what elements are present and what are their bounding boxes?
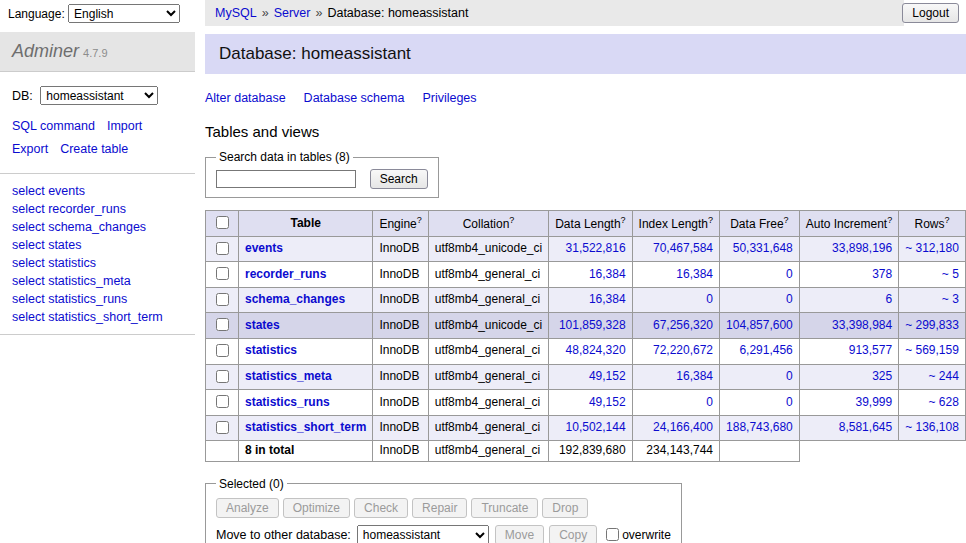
cell: utf8mb4_unicode_ci	[428, 313, 548, 339]
cell: 0	[720, 390, 800, 416]
cell: 39,999	[799, 390, 898, 416]
table-name-cell: statistics_meta	[239, 364, 373, 390]
checkbox-cell	[206, 262, 239, 288]
breadcrumb-item-server[interactable]: Server	[274, 6, 311, 20]
create-table-link[interactable]: Create table	[60, 142, 128, 156]
cell: ~ 244	[899, 364, 966, 390]
cell: 8,581,645	[799, 415, 898, 441]
select-statistics-short-term-link[interactable]: select statistics_short_term	[12, 308, 183, 326]
column-header-collation: Collation?	[428, 211, 548, 237]
total-label-cell: 8 in total	[239, 441, 373, 462]
cell: 325	[799, 364, 898, 390]
page-title: Database: homeassistant	[205, 34, 966, 74]
selected-fieldset: Selected (0) AnalyzeOptimizeCheckRepairT…	[205, 477, 682, 543]
selected-legend: Selected (0)	[216, 477, 287, 491]
cell: 16,384	[632, 262, 719, 288]
breadcrumb-item-mysql[interactable]: MySQL	[215, 6, 257, 20]
cell: InnoDB	[373, 338, 428, 364]
select-recorder-runs-link[interactable]: select recorder_runs	[12, 200, 183, 218]
cell: utf8mb4_general_ci	[428, 441, 548, 462]
row-checkbox[interactable]	[216, 370, 229, 383]
cell: 67,256,320	[632, 313, 719, 339]
copy-button[interactable]: Copy	[549, 525, 597, 543]
db-selector-row: DB: homeassistant	[0, 72, 195, 109]
export-link[interactable]: Export	[12, 142, 48, 156]
table-name-link[interactable]: statistics_meta	[245, 369, 332, 383]
cell: 101,859,328	[549, 313, 632, 339]
select-statistics-link[interactable]: select statistics	[12, 254, 183, 272]
analyze-button[interactable]: Analyze	[216, 498, 279, 518]
row-checkbox[interactable]	[216, 242, 229, 255]
move-db-select[interactable]: homeassistant	[357, 525, 489, 543]
cell: 188,743,680	[720, 415, 800, 441]
cell: 49,152	[549, 390, 632, 416]
move-label: Move to other database:	[216, 528, 351, 542]
db-select[interactable]: homeassistant	[40, 86, 158, 105]
privileges-link[interactable]: Privileges	[422, 91, 476, 105]
database-schema-link[interactable]: Database schema	[304, 91, 405, 105]
move-button[interactable]: Move	[495, 525, 544, 543]
cell: 234,143,744	[632, 441, 719, 462]
row-checkbox[interactable]	[216, 267, 229, 280]
select-schema-changes-link[interactable]: select schema_changes	[12, 218, 183, 236]
overwrite-checkbox[interactable]	[606, 528, 619, 541]
sidebar-link-line: SQL commandImport	[12, 117, 183, 136]
table-name-link[interactable]: recorder_runs	[245, 267, 326, 281]
cell: InnoDB	[373, 441, 428, 462]
search-legend: Search data in tables (8)	[216, 150, 353, 164]
tables-body: eventsInnoDButf8mb4_unicode_ci31,522,816…	[206, 236, 966, 461]
table-name-link[interactable]: statistics	[245, 343, 297, 357]
cell: InnoDB	[373, 236, 428, 262]
cell: 31,522,816	[549, 236, 632, 262]
drop-button[interactable]: Drop	[542, 498, 588, 518]
alter-database-link[interactable]: Alter database	[205, 91, 286, 105]
row-checkbox[interactable]	[216, 421, 229, 434]
db-action-links: Alter databaseDatabase schemaPrivileges	[205, 90, 966, 105]
row-checkbox[interactable]	[216, 318, 229, 331]
select-states-link[interactable]: select states	[12, 236, 183, 254]
repair-button[interactable]: Repair	[412, 498, 467, 518]
select-all-checkbox[interactable]	[216, 216, 229, 229]
topbar: Language: English MySQL»Server»Database:…	[0, 0, 966, 26]
page-layout: Adminer4.7.9 DB: homeassistant SQL comma…	[0, 26, 966, 543]
app-version: 4.7.9	[83, 47, 107, 59]
cell: 192,839,680	[549, 441, 632, 462]
table-name-link[interactable]: statistics_short_term	[245, 420, 366, 434]
total-row: 8 in totalInnoDButf8mb4_general_ci192,83…	[206, 441, 966, 462]
tables-head-row: TableEngine?Collation?Data Length?Index …	[206, 211, 966, 237]
import-link[interactable]: Import	[107, 119, 142, 133]
table-name-cell: statistics_runs	[239, 390, 373, 416]
table-row-states: statesInnoDButf8mb4_unicode_ci101,859,32…	[206, 313, 966, 339]
sql-command-link[interactable]: SQL command	[12, 119, 95, 133]
sidebar-primary-links: SQL commandImportExportCreate table	[0, 109, 195, 173]
truncate-button[interactable]: Truncate	[471, 498, 538, 518]
cell: 50,331,648	[720, 236, 800, 262]
table-name-link[interactable]: events	[245, 241, 283, 255]
table-name-link[interactable]: statistics_runs	[245, 395, 330, 409]
row-checkbox[interactable]	[216, 395, 229, 408]
select-statistics-runs-link[interactable]: select statistics_runs	[12, 290, 183, 308]
check-button[interactable]: Check	[354, 498, 408, 518]
table-name-link[interactable]: schema_changes	[245, 292, 345, 306]
table-row-statistics-runs: statistics_runsInnoDButf8mb4_general_ci4…	[206, 390, 966, 416]
checkbox-cell	[206, 441, 239, 462]
language-area: Language: English	[8, 4, 180, 23]
cell: 6,291,456	[720, 338, 800, 364]
table-name-cell: statistics_short_term	[239, 415, 373, 441]
select-events-link[interactable]: select events	[12, 182, 183, 200]
logout-button[interactable]: Logout	[902, 3, 959, 23]
row-checkbox[interactable]	[216, 344, 229, 357]
cell: 104,857,600	[720, 313, 800, 339]
table-name-link[interactable]: states	[245, 318, 280, 332]
language-select[interactable]: English	[68, 4, 180, 23]
search-input[interactable]	[216, 170, 356, 188]
tables-table: TableEngine?Collation?Data Length?Index …	[205, 210, 966, 462]
table-row-statistics: statisticsInnoDButf8mb4_general_ci48,824…	[206, 338, 966, 364]
table-name-cell: events	[239, 236, 373, 262]
search-button[interactable]: Search	[370, 169, 428, 189]
row-checkbox[interactable]	[216, 293, 229, 306]
cell: 0	[720, 364, 800, 390]
select-statistics-meta-link[interactable]: select statistics_meta	[12, 272, 183, 290]
optimize-button[interactable]: Optimize	[283, 498, 350, 518]
column-header-rows: Rows?	[899, 211, 966, 237]
